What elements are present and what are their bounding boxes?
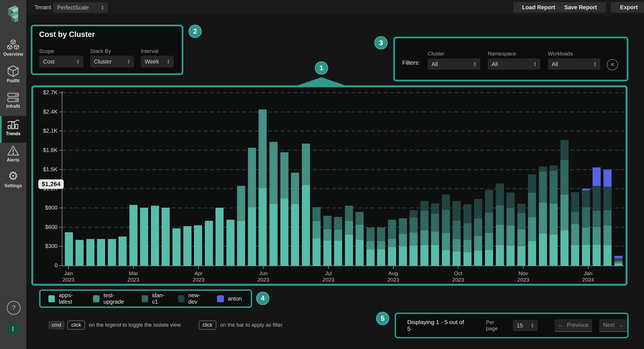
bar-segment-test-upgrade[interactable] bbox=[571, 224, 579, 245]
bar-segment-apps-latest[interactable] bbox=[345, 235, 353, 266]
bar-segment-new-dev[interactable] bbox=[474, 199, 482, 219]
bar-segment-new-dev[interactable] bbox=[431, 203, 439, 214]
avatar[interactable]: I bbox=[6, 322, 20, 336]
bar-segment-idan-c1[interactable] bbox=[334, 217, 342, 230]
bar-segment-apps-latest[interactable] bbox=[119, 236, 127, 266]
bar-segment-apps-latest[interactable] bbox=[593, 245, 601, 266]
bar-segment-idan-c1[interactable] bbox=[366, 228, 375, 241]
bar-segment-idan-c1[interactable] bbox=[517, 213, 525, 229]
bar-segment-test-upgrade[interactable] bbox=[593, 227, 601, 245]
bar-segment-new-dev[interactable] bbox=[517, 204, 525, 213]
bar-segment-test-upgrade[interactable] bbox=[517, 229, 525, 246]
bar-segment-apps-latest[interactable] bbox=[377, 249, 385, 266]
bar-segment-idan-c1[interactable] bbox=[399, 218, 407, 234]
bar-segment-apps-latest[interactable] bbox=[162, 208, 170, 266]
bar-segment-idan-c1[interactable] bbox=[388, 220, 396, 239]
bar-segment-apps-latest[interactable] bbox=[517, 246, 525, 266]
bar-segment-new-dev[interactable] bbox=[582, 190, 590, 207]
filter-cluster-select[interactable]: All ▲▼ bbox=[428, 58, 480, 70]
bar-segment-test-upgrade[interactable] bbox=[334, 230, 342, 241]
sidebar-item-settings[interactable]: ⚙ Settings bbox=[0, 170, 26, 188]
bar-segment-anton[interactable] bbox=[593, 167, 601, 186]
bar-segment-apps-latest[interactable] bbox=[248, 207, 256, 266]
bar-segment-apps-latest[interactable] bbox=[614, 264, 622, 266]
bar-segment-new-dev[interactable] bbox=[496, 184, 504, 205]
bar-segment-new-dev[interactable] bbox=[409, 210, 418, 218]
bar-segment-apps-latest[interactable] bbox=[280, 198, 288, 266]
bar-segment-idan-c1[interactable] bbox=[539, 172, 547, 203]
bar-segment-test-upgrade[interactable] bbox=[269, 142, 278, 204]
bar-segment-apps-latest[interactable] bbox=[75, 240, 84, 266]
bar-segment-apps-latest[interactable] bbox=[291, 204, 299, 266]
bar-segment-idan-c1[interactable] bbox=[593, 211, 601, 227]
bar-segment-test-upgrade[interactable] bbox=[582, 228, 590, 245]
bar-segment-idan-c1[interactable] bbox=[453, 221, 461, 239]
bar-segment-test-upgrade[interactable] bbox=[474, 236, 482, 251]
bar-segment-test-upgrade[interactable] bbox=[550, 204, 558, 235]
bar-segment-test-upgrade[interactable] bbox=[345, 221, 353, 235]
bar-segment-idan-c1[interactable] bbox=[312, 207, 321, 221]
legend-item-test-upgrade[interactable]: test-upgrade bbox=[93, 292, 133, 305]
bar-segment-apps-latest[interactable] bbox=[420, 245, 428, 266]
bar-segment-idan-c1[interactable] bbox=[496, 205, 504, 225]
bar-segment-apps-latest[interactable] bbox=[571, 245, 579, 266]
sidebar-item-trends[interactable]: Trends bbox=[0, 119, 26, 136]
bar-segment-anton[interactable] bbox=[603, 170, 612, 187]
bar-segment-apps-latest[interactable] bbox=[388, 247, 396, 266]
bar-segment-apps-latest[interactable] bbox=[399, 246, 407, 266]
bar-segment-new-dev[interactable] bbox=[560, 140, 569, 160]
bar-segment-idan-c1[interactable] bbox=[323, 216, 332, 229]
legend-item-anton[interactable]: anton bbox=[217, 295, 242, 302]
bar-segment-test-upgrade[interactable] bbox=[248, 148, 256, 207]
previous-page-button[interactable]: ← Previous bbox=[555, 319, 592, 332]
legend-item-new-dev[interactable]: new-dev bbox=[178, 292, 208, 305]
bar-segment-new-dev[interactable] bbox=[593, 186, 601, 211]
bar-segment-test-upgrade[interactable] bbox=[485, 233, 493, 250]
bar-segment-idan-c1[interactable] bbox=[409, 218, 418, 233]
bar-segment-idan-c1[interactable] bbox=[582, 207, 590, 228]
bar-segment-apps-latest[interactable] bbox=[431, 245, 439, 266]
bar-segment-new-dev[interactable] bbox=[506, 193, 515, 208]
bar-segment-apps-latest[interactable] bbox=[108, 239, 116, 266]
bar-segment-apps-latest[interactable] bbox=[183, 226, 191, 266]
bar-segment-new-dev[interactable] bbox=[442, 195, 450, 210]
next-page-button[interactable]: Next → bbox=[599, 319, 627, 332]
bar-segment-test-upgrade[interactable] bbox=[528, 217, 536, 241]
bar-segment-test-upgrade[interactable] bbox=[356, 225, 364, 240]
bar-segment-idan-c1[interactable] bbox=[550, 171, 558, 204]
bar-segment-idan-c1[interactable] bbox=[506, 208, 515, 226]
bar-segment-test-upgrade[interactable] bbox=[431, 232, 439, 245]
bar-segment-apps-latest[interactable] bbox=[356, 240, 364, 266]
bar-segment-apps-latest[interactable] bbox=[65, 232, 73, 266]
bar-segment-idan-c1[interactable] bbox=[356, 212, 364, 225]
export-button[interactable]: Export bbox=[611, 2, 644, 13]
bar-segment-apps-latest[interactable] bbox=[97, 239, 105, 266]
bar-segment-apps-latest[interactable] bbox=[226, 220, 235, 266]
bar-segment-new-dev[interactable] bbox=[550, 165, 558, 171]
bar-segment-idan-c1[interactable] bbox=[614, 261, 622, 262]
bar-segment-new-dev[interactable] bbox=[453, 201, 461, 221]
bar-segment-test-upgrade[interactable] bbox=[453, 239, 461, 252]
bar-segment-apps-latest[interactable] bbox=[603, 245, 612, 266]
bar-segment-apps-latest[interactable] bbox=[496, 245, 504, 266]
bar-segment-idan-c1[interactable] bbox=[442, 210, 450, 233]
bar-segment-idan-c1[interactable] bbox=[345, 206, 353, 221]
bar-segment-test-upgrade[interactable] bbox=[377, 241, 385, 249]
bar-segment-apps-latest[interactable] bbox=[550, 235, 558, 266]
bar-segment-idan-c1[interactable] bbox=[560, 160, 569, 195]
bar-segment-test-upgrade[interactable] bbox=[614, 262, 622, 264]
bar-segment-new-dev[interactable] bbox=[463, 204, 472, 223]
bar-segment-idan-c1[interactable] bbox=[463, 223, 472, 240]
bar-segment-apps-latest[interactable] bbox=[237, 221, 245, 266]
bar-segment-test-upgrade[interactable] bbox=[302, 144, 310, 185]
bar-segment-new-dev[interactable] bbox=[603, 187, 612, 210]
bar-segment-test-upgrade[interactable] bbox=[506, 226, 515, 246]
bar-segment-apps-latest[interactable] bbox=[453, 252, 461, 266]
bar-segment-test-upgrade[interactable] bbox=[312, 221, 321, 238]
bar-segment-test-upgrade[interactable] bbox=[399, 234, 407, 246]
bar-segment-test-upgrade[interactable] bbox=[603, 226, 612, 245]
bar-segment-test-upgrade[interactable] bbox=[420, 231, 428, 245]
save-report-button[interactable]: Save Report bbox=[555, 2, 606, 13]
bar-segment-new-dev[interactable] bbox=[539, 167, 547, 172]
bar-segment-test-upgrade[interactable] bbox=[463, 240, 472, 252]
